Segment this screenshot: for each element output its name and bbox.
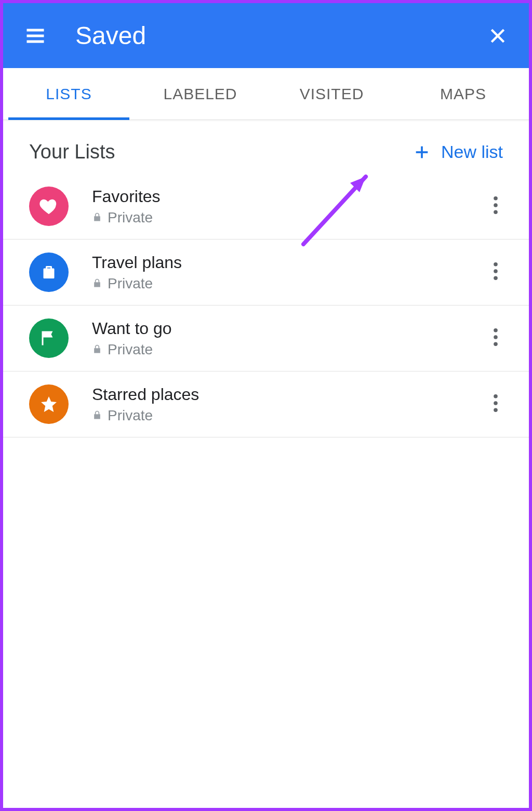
flag-icon — [29, 318, 69, 358]
list-item-name: Starred places — [92, 385, 465, 404]
lock-icon — [92, 275, 102, 292]
tab-label: MAPS — [440, 85, 486, 103]
lock-icon — [92, 209, 102, 226]
more-options-button[interactable] — [488, 257, 503, 287]
svg-point-7 — [494, 196, 498, 201]
more-options-button[interactable] — [488, 323, 503, 353]
star-icon — [29, 384, 69, 424]
tab-labeled[interactable]: LABELED — [135, 68, 266, 119]
more-options-button[interactable] — [488, 191, 503, 221]
list-item-privacy: Private — [92, 341, 465, 358]
section-title: Your Lists — [29, 141, 413, 163]
lock-icon — [92, 341, 102, 358]
list-item-want-to-go[interactable]: Want to go Private — [3, 305, 529, 371]
list-item-privacy: Private — [92, 407, 465, 424]
list-item-text: Favorites Private — [92, 187, 465, 226]
menu-icon[interactable] — [24, 24, 47, 47]
list-item-privacy: Private — [92, 209, 465, 226]
section-header: Your Lists New list — [3, 120, 529, 174]
svg-point-8 — [494, 203, 498, 207]
svg-point-13 — [494, 328, 498, 333]
list-item-privacy: Private — [92, 275, 465, 292]
app-header: Saved — [3, 3, 529, 68]
svg-point-16 — [494, 394, 498, 398]
privacy-label: Private — [108, 209, 153, 226]
list-item-name: Want to go — [92, 319, 465, 338]
close-icon[interactable] — [487, 25, 508, 46]
page-title: Saved — [75, 21, 459, 50]
tabs: LISTS LABELED VISITED MAPS — [3, 68, 529, 120]
list-item-starred-places[interactable]: Starred places Private — [3, 371, 529, 437]
svg-point-14 — [494, 335, 498, 339]
suitcase-icon — [29, 252, 69, 292]
tab-label: VISITED — [300, 85, 364, 103]
new-list-button[interactable]: New list — [413, 142, 503, 162]
list-item-name: Travel plans — [92, 253, 465, 272]
svg-point-18 — [494, 408, 498, 412]
privacy-label: Private — [108, 407, 153, 424]
svg-point-12 — [494, 276, 498, 280]
lock-icon — [92, 407, 102, 424]
list-item-text: Starred places Private — [92, 385, 465, 424]
svg-point-15 — [494, 342, 498, 346]
svg-point-11 — [494, 269, 498, 273]
privacy-label: Private — [108, 275, 153, 292]
more-options-button[interactable] — [488, 389, 503, 419]
tab-visited[interactable]: VISITED — [266, 68, 397, 119]
list-item-text: Want to go Private — [92, 319, 465, 358]
plus-icon — [413, 143, 431, 161]
heart-icon — [29, 187, 69, 226]
list-item-favorites[interactable]: Favorites Private — [3, 174, 529, 239]
tab-lists[interactable]: LISTS — [3, 68, 135, 119]
svg-point-17 — [494, 401, 498, 405]
privacy-label: Private — [108, 341, 153, 358]
list-item-text: Travel plans Private — [92, 253, 465, 292]
tab-maps[interactable]: MAPS — [397, 68, 529, 119]
new-list-label: New list — [441, 142, 503, 162]
svg-point-9 — [494, 210, 498, 214]
svg-point-10 — [494, 262, 498, 267]
tab-label: LABELED — [163, 85, 237, 103]
list-item-name: Favorites — [92, 187, 465, 206]
your-lists: Favorites Private Travel plans Private — [3, 174, 529, 437]
list-item-travel-plans[interactable]: Travel plans Private — [3, 239, 529, 305]
tab-label: LISTS — [46, 85, 91, 103]
